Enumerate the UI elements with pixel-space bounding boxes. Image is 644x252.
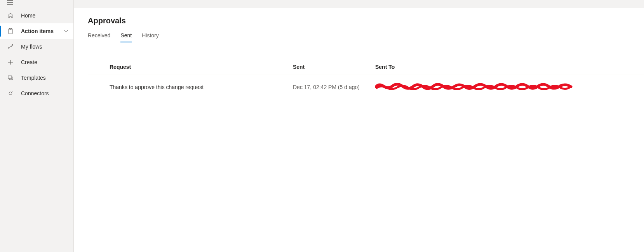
sidebar-item-home[interactable]: Home (0, 8, 73, 23)
templates-icon (7, 74, 14, 81)
tab-received[interactable]: Received (88, 32, 110, 42)
sidebar-item-connectors[interactable]: Connectors (0, 86, 73, 101)
nav-list: Home Action items (0, 8, 73, 101)
chevron-down-icon (64, 30, 69, 32)
sidebar-item-label: Action items (21, 28, 64, 34)
hamburger-button[interactable] (0, 0, 73, 8)
content-area: Approvals Received Sent History Request … (74, 8, 644, 99)
connectors-icon (7, 90, 14, 97)
tab-sent[interactable]: Sent (120, 32, 132, 42)
cell-sent: Dec 17, 02:42 PM (5 d ago) (293, 84, 375, 90)
home-icon (7, 12, 14, 19)
cell-request: Thanks to approve this change request (110, 84, 293, 90)
top-band (74, 0, 644, 8)
table-header: Request Sent Sent To (88, 59, 644, 75)
tab-history[interactable]: History (142, 32, 159, 42)
sidebar-item-label: Connectors (21, 90, 69, 96)
sidebar-item-action-items[interactable]: Action items (0, 23, 73, 39)
app-root: Home Action items (0, 0, 644, 252)
svg-rect-9 (8, 76, 12, 79)
sidebar-item-label: Create (21, 59, 69, 65)
sidebar-item-create[interactable]: Create (0, 54, 73, 70)
column-header-sent-to[interactable]: Sent To (375, 64, 644, 70)
cell-sent-to (375, 83, 644, 91)
sidebar-item-label: Home (21, 12, 69, 19)
tabs: Received Sent History (88, 32, 644, 42)
svg-point-5 (8, 48, 9, 49)
plus-icon (7, 59, 14, 66)
flows-icon (7, 43, 14, 50)
sidebar-item-label: My flows (21, 44, 69, 50)
hamburger-icon (7, 0, 13, 5)
redacted-content (375, 83, 644, 91)
column-header-sent[interactable]: Sent (293, 64, 375, 70)
sidebar-item-templates[interactable]: Templates (0, 70, 73, 86)
approvals-table: Request Sent Sent To Thanks to approve t… (88, 59, 644, 99)
table-row[interactable]: Thanks to approve this change request De… (88, 75, 644, 99)
svg-point-6 (12, 45, 13, 46)
sidebar-item-my-flows[interactable]: My flows (0, 39, 73, 54)
main-content: Approvals Received Sent History Request … (74, 0, 644, 252)
page-title: Approvals (88, 16, 644, 25)
sidebar-item-label: Templates (21, 75, 69, 81)
clipboard-icon (7, 28, 14, 35)
sidebar: Home Action items (0, 0, 74, 252)
column-header-request[interactable]: Request (110, 64, 293, 70)
